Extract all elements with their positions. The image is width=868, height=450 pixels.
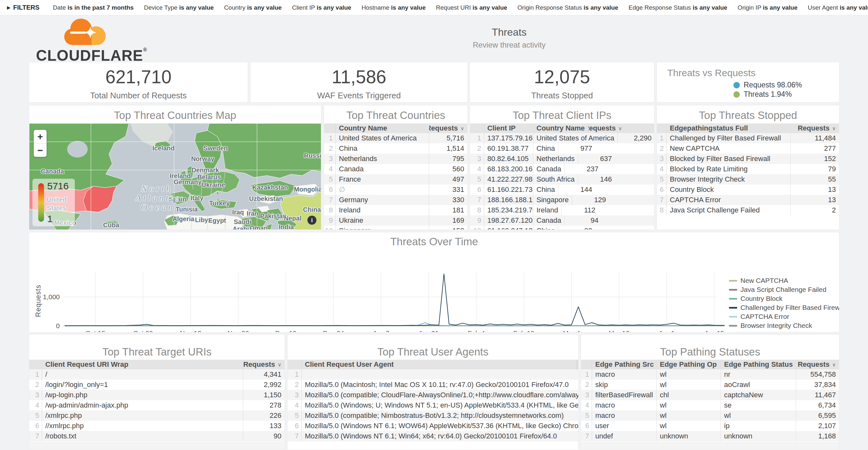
legend-swatch-icon [729, 298, 737, 300]
table-row[interactable]: 4 68.183.200.167 Canada 237 [470, 164, 654, 174]
panel-title: Top Threat User Agents [287, 335, 578, 360]
legend-item[interactable]: New CAPTCHA [729, 277, 839, 284]
legend-item[interactable]: Challenged by Filter Based Firewall [729, 304, 839, 311]
table-row[interactable]: 4 Canada 560 [324, 164, 467, 174]
table-row[interactable]: 5 Mozilla/5.0 (compatible; Nimbostratus-… [287, 411, 578, 421]
legend-swatch-icon [729, 325, 737, 327]
threats-over-time-panel: Threats Over Time New CAPTCHA Java Scrip… [29, 232, 839, 332]
logo-wordmark: CLOUDFLARE [36, 47, 143, 64]
zoom-in-button[interactable]: + [34, 130, 46, 144]
table-row[interactable]: 3 Mozilla/5.0 (compatible; CloudFlare-Al… [287, 390, 578, 400]
map-color-legend: 5716 1 [32, 179, 75, 226]
legend-item[interactable]: Blocked by Rate Limiting [729, 331, 839, 332]
table-row[interactable]: 2 60.191.38.77 China 977 [470, 143, 654, 154]
legend-item[interactable]: Country Block [729, 295, 839, 302]
table-row[interactable]: 2 New CAPTCHA 277 [657, 143, 839, 154]
requests-cell: 977 [558, 143, 595, 154]
table-row[interactable]: 4 Mozilla/5.0 (Windows; U; Windows NT 5.… [287, 400, 578, 411]
requests-cell: 79 [790, 164, 839, 174]
table-row[interactable]: 10 61.160.247.127 China 92 [470, 226, 654, 230]
top-threats-stopped-panel: Top Threats Stopped Edgepathingstatus Fu… [657, 105, 839, 230]
table-row[interactable]: 6 Mozilla/5.0 (Windows NT 6.1; WOW64) Ap… [287, 421, 578, 431]
zoom-out-button[interactable]: − [34, 144, 46, 157]
panel-title: Top Threats Stopped [657, 106, 839, 123]
legend-item[interactable]: Browser Integrity Check [729, 322, 839, 329]
table-row[interactable]: 8 Java Script Challenge Failed 2 [657, 205, 839, 215]
table-row[interactable]: 9 Ukraine 169 [324, 215, 467, 226]
table-row[interactable]: 1 [287, 369, 578, 380]
table-row[interactable]: 7 /robots.txt 90 [29, 431, 285, 441]
filter-chip[interactable]: Origin Response Status is any value [518, 4, 618, 11]
filter-chip[interactable]: Request URI is any value [436, 4, 507, 11]
threat-type-cell: Blocked by Rate Limiting [666, 165, 790, 173]
table-row[interactable]: 7 188.166.188.152 Singapore 129 [470, 195, 654, 205]
legend-item[interactable]: CAPTCHA Error [729, 313, 839, 321]
table-row[interactable]: 2 Mozilla/5.0 (Macintosh; Intel Mac OS X… [287, 380, 578, 390]
table-row[interactable]: 3 filterBasedFirewall chl captchaNew 11,… [581, 390, 839, 400]
client-ip-cell: 68.183.200.167 [484, 165, 533, 173]
row-index: 5 [324, 174, 336, 184]
table-row[interactable]: 7 undef unknown unknown 1,168 [581, 431, 839, 441]
x-tick-label: Dec 24 [311, 329, 356, 332]
table-row[interactable]: 1 macro wl nr 554,758 [581, 369, 839, 380]
filter-chip[interactable]: Edge Response Status is any value [629, 4, 727, 11]
legend-item[interactable]: Java Script Challenge Failed [729, 286, 839, 294]
row-index: 1 [287, 369, 302, 380]
table-row[interactable]: 7 Germany 330 [324, 195, 467, 205]
table-row[interactable]: 8 185.234.219.70 Ireland 112 [470, 205, 654, 215]
table-row[interactable]: 3 Netherlands 795 [324, 154, 467, 164]
filter-chip[interactable]: Date is in the past 7 months [53, 4, 134, 11]
col-requests-sort[interactable]: Requests∨ [243, 360, 285, 369]
table-row[interactable]: 7 CAPTCHA Error 13 [657, 195, 839, 205]
table-row[interactable]: 5 /xmlrpc.php 226 [29, 411, 285, 421]
pathing-status-cell: unknown [720, 431, 796, 441]
table-row[interactable]: 1 137.175.79.166 United States of Americ… [470, 133, 654, 143]
col-requests-sort[interactable]: Requests∨ [790, 123, 839, 133]
table-row[interactable]: 3 /wp-login.php 1,150 [29, 390, 285, 400]
line-chart[interactable]: New CAPTCHA Java Script Challenge Failed… [29, 248, 839, 331]
filter-chip[interactable]: User Agent is any value [808, 4, 868, 11]
legend-dot-icon [734, 82, 740, 88]
table-row[interactable]: 5 macro wl wl 6,595 [581, 411, 839, 421]
table-row[interactable]: 2 /login/?login_only=1 2,992 [29, 380, 285, 390]
filter-chip[interactable]: Client IP is any value [292, 4, 351, 11]
table-row[interactable]: 2 China 1,514 [324, 143, 467, 154]
filter-chip[interactable]: Country is any value [224, 4, 282, 11]
table-row[interactable]: 1 Challenged by Filter Based Firewall 11… [657, 133, 839, 143]
table-header: Edge Pathing Src Edge Pathing Op Edge Pa… [581, 360, 839, 369]
table-row[interactable]: 3 80.82.64.105 Netherlands 637 [470, 154, 654, 164]
table-row[interactable]: 7 Mozilla/5.0 (Windows NT 6.1; Win64; x6… [287, 431, 578, 441]
filter-chip[interactable]: Device Type is any value [144, 4, 214, 11]
col-requests-sort[interactable]: Requests∨ [588, 123, 625, 133]
info-icon[interactable]: i [307, 216, 316, 225]
table-row[interactable]: 8 Ireland 181 [324, 205, 467, 215]
table-row[interactable]: 5 Browser Integrity Check 55 [657, 174, 839, 184]
table-row[interactable]: 6 user wl ip 2,107 [581, 421, 839, 431]
table-row[interactable]: 6 Country Block 13 [657, 184, 839, 195]
table-row[interactable]: 4 /wp-admin/admin-ajax.php 278 [29, 400, 285, 411]
table-row[interactable]: 3 Blocked by Filter Based Firewall 152 [657, 154, 839, 164]
table-row[interactable]: 1 United States of America 5,716 [324, 133, 467, 143]
table-row[interactable]: 5 41.222.227.98 South Africa 146 [470, 174, 654, 184]
country-name-cell: Ukraine [336, 216, 429, 225]
col-requests-sort[interactable]: Requests∨ [796, 360, 839, 369]
table-row[interactable]: 5 France 497 [324, 174, 467, 184]
stat-threats-stopped: 12,075 Threats Stopped [470, 62, 654, 102]
world-map[interactable]: CanadaUnitedStatesMexicoCubaIcelandIrela… [29, 123, 321, 230]
filter-chip[interactable]: Hostname is any value [362, 4, 426, 11]
requests-cell: 4,341 [243, 369, 285, 380]
filter-chip[interactable]: Origin IP is any value [738, 4, 798, 11]
filters-toggle[interactable]: ▶ FILTERS [7, 4, 39, 11]
table-row[interactable]: 9 198.27.67.120 Canada 94 [470, 215, 654, 226]
row-index: 7 [470, 195, 484, 205]
table-row[interactable]: 6 ∅ 331 [324, 184, 467, 195]
table-row[interactable]: 4 macro wl se 6,734 [581, 400, 839, 411]
table-row[interactable]: 6 //xmlrpc.php 133 [29, 421, 285, 431]
table-row[interactable]: 10 Singapore 158 [324, 226, 467, 230]
table-row[interactable]: 4 Blocked by Rate Limiting 79 [657, 164, 839, 174]
table-row[interactable]: 6 61.160.221.73 China 144 [470, 184, 654, 195]
col-requests-sort[interactable]: Requests∨ [429, 123, 467, 133]
legend-label: Threats 1.94% [744, 90, 792, 99]
table-row[interactable]: 1 / 4,341 [29, 369, 285, 380]
table-row[interactable]: 2 skip wl aoCrawl 37,834 [581, 380, 839, 390]
